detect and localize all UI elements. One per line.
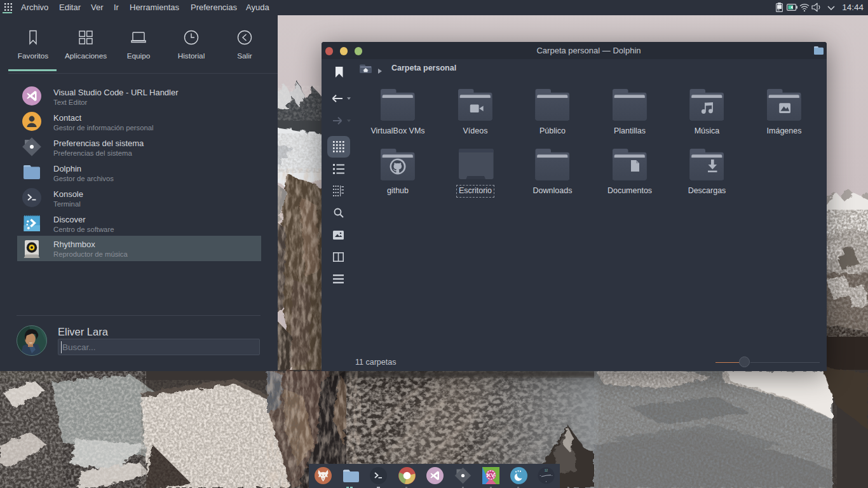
- svg-text:12: 12: [545, 469, 548, 472]
- svg-text:KV: KV: [487, 472, 495, 478]
